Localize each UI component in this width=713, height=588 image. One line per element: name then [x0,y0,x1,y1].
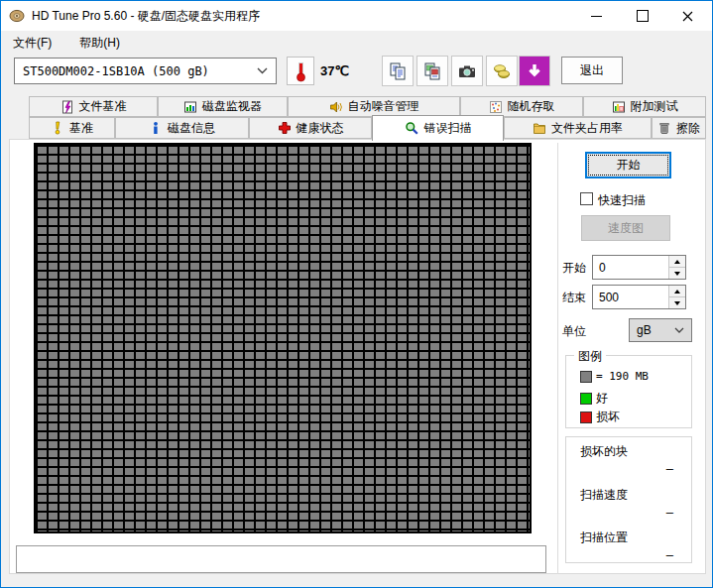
tab-label: 健康状态 [297,120,344,137]
hd-tune-window: HD Tune Pro 5.60 - 硬盘/固态硬盘实用程序 文件(F) 帮助(… [0,0,713,588]
exit-button[interactable]: 退出 [561,57,623,84]
unit-label: 单位 [562,323,586,340]
speed-map-label: 速度图 [608,220,644,237]
legend-title: 图例 [574,348,606,365]
quick-scan-label: 快速扫描 [598,192,646,209]
benchmark-icon [51,121,64,135]
minimize-button[interactable] [574,1,619,31]
legend-good-label: 好 [596,390,608,407]
tab-folder-usage[interactable]: 文件夹占用率 [504,117,652,139]
tab-file-benchmark[interactable]: 文件基准 [29,96,158,117]
tab-random-access[interactable]: 随机存取 [460,96,583,117]
legend-good-swatch [580,393,592,405]
chevron-down-icon [257,67,268,74]
range-start-input[interactable]: 0 [592,255,686,280]
minimize-icon [591,16,602,17]
range-end-increment-button[interactable] [669,286,685,296]
range-end-input[interactable]: 500 [592,285,686,309]
folder-usage-icon [533,121,546,135]
range-start-value: 0 [593,256,668,279]
health-icon [278,121,292,135]
range-start-label: 开始 [562,260,586,277]
status-groupbox: 损坏的块 – 扫描速度 – 扫描位置 – [565,436,692,563]
screenshot-button[interactable] [451,56,483,86]
legend-block-label: = 190 MB [596,370,649,383]
legend-groupbox: 图例 = 190 MB 好 损坏 [565,355,692,428]
menu-file[interactable]: 文件(F) [9,33,56,54]
extra-tests-icon [612,100,626,114]
scan-speed-value: – [666,505,673,520]
range-start-spinner [668,256,685,279]
unit-selector[interactable]: gB [629,318,692,342]
legend-bad-label: 损坏 [596,409,620,425]
temperature-button[interactable] [287,57,314,85]
quick-scan-checkbox[interactable] [580,192,593,205]
tab-disk-monitor[interactable]: 磁盘监视器 [158,96,288,117]
tab-label: 文件夹占用率 [551,120,623,137]
copy-text-icon [388,61,408,81]
chevron-down-icon [674,327,684,333]
tab-label: 随机存取 [508,98,555,115]
tab-label: 磁盘监视器 [202,98,262,115]
tab-label: 文件基准 [79,98,127,115]
range-start-decrement-button[interactable] [669,267,685,279]
erase-icon [657,121,671,135]
menu-bar: 文件(F) 帮助(H) [1,31,712,55]
tab-health-status[interactable]: 健康状态 [249,117,372,139]
close-button[interactable] [665,1,710,31]
disk-info-icon [149,121,163,135]
tab-extra-tests[interactable]: 附加测试 [583,96,706,117]
start-scan-label: 开始 [617,157,641,174]
save-button[interactable] [486,56,518,86]
random-access-icon [489,100,503,114]
hd-tune-disk-icon [9,8,25,24]
scan-position-label: 扫描位置 [580,529,628,546]
unit-value: gB [637,323,652,337]
range-end-spinner [668,286,685,308]
tab-error-scan[interactable]: 错误扫描 [372,115,504,141]
tab-noise-management[interactable]: 自动噪音管理 [288,96,460,117]
drive-selector[interactable]: ST500DM002-1SB10A (500 gB) [14,58,277,84]
copy-text-button[interactable] [382,56,414,86]
error-scan-grid [34,143,532,533]
save-icon [492,61,512,81]
legend-good-row: 好 [580,390,608,407]
damaged-blocks-label: 损坏的块 [580,443,628,460]
range-end-label: 结束 [562,290,586,306]
copy-image-icon [422,61,442,81]
tab-benchmark[interactable]: 基准 [29,117,115,139]
error-scan-icon [405,121,419,136]
arrow-up-icon [674,290,680,294]
tab-label: 擦除 [676,120,700,137]
close-icon [682,11,693,22]
menu-help[interactable]: 帮助(H) [75,33,124,54]
bottom-strip [2,574,713,588]
arrow-down-icon [674,301,680,305]
range-end-decrement-button[interactable] [669,296,685,308]
tab-label: 磁盘信息 [168,120,215,137]
start-scan-button[interactable]: 开始 [585,152,671,178]
download-button[interactable] [519,56,550,86]
tab-erase[interactable]: 擦除 [652,117,706,139]
tab-disk-info[interactable]: 磁盘信息 [115,117,249,139]
maximize-button[interactable] [620,1,664,31]
scan-speed-label: 扫描速度 [580,487,628,504]
damaged-blocks-value: – [666,461,673,476]
exit-button-label: 退出 [580,62,604,79]
tab-label: 自动噪音管理 [348,98,419,115]
noise-management-icon [329,100,343,114]
speed-map-button[interactable]: 速度图 [581,215,670,241]
drive-selector-value: ST500DM002-1SB10A (500 gB) [23,64,209,78]
scan-position-value: – [666,547,673,562]
tab-label: 错误扫描 [424,120,472,137]
panel-divider [557,143,558,574]
thermometer-icon [295,59,307,82]
arrow-up-icon [674,260,680,264]
temperature-value: 37℃ [320,63,349,78]
range-start-increment-button[interactable] [669,256,685,267]
legend-bad-row: 损坏 [580,409,620,425]
disk-monitor-icon [183,100,197,114]
range-end-value: 500 [593,286,668,308]
copy-image-button[interactable] [416,56,448,86]
arrow-down-icon [674,272,680,276]
